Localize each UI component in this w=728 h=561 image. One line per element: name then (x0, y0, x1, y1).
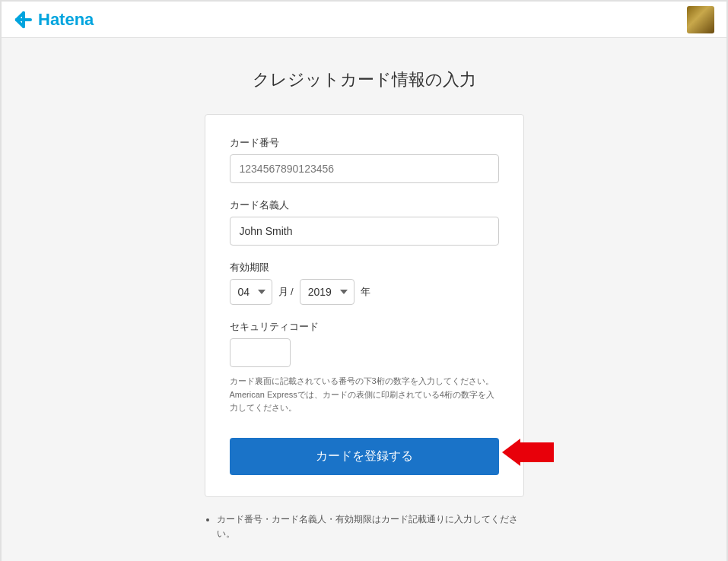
security-code-note: カード裏面に記載されている番号の下3桁の数字を入力してください。American… (230, 375, 499, 415)
card-number-group: カード番号 (230, 136, 499, 183)
security-code-label: セキュリティコード (230, 320, 499, 334)
avatar-image (687, 6, 714, 33)
footer-note: カード番号・カード名義人・有効期限はカード記載通りに入力してください。 (205, 512, 524, 541)
cardholder-group: カード名義人 (230, 198, 499, 246)
footer-note-item: カード番号・カード名義人・有効期限はカード記載通りに入力してください。 (217, 512, 524, 541)
credit-card-form: カード番号 カード名義人 有効期限 01 02 03 04 05 06 07 0… (205, 114, 524, 497)
submit-row: カードを登録する (230, 430, 499, 475)
cardholder-input[interactable] (230, 217, 499, 246)
main-content: クレジットカード情報の入力 カード番号 カード名義人 有効期限 01 02 03… (2, 38, 726, 561)
expiry-group: 有効期限 01 02 03 04 05 06 07 08 09 10 11 12… (230, 261, 499, 305)
logo-area: Hatena (14, 10, 94, 30)
submit-button[interactable]: カードを登録する (230, 438, 499, 475)
card-number-label: カード番号 (230, 136, 499, 150)
expiry-year-select[interactable]: 2019 2020 2021 2022 2023 2024 2025 2026 … (300, 279, 354, 305)
arrow-head-left (502, 439, 520, 466)
hatena-logo-icon (14, 10, 33, 30)
avatar (687, 6, 714, 33)
security-code-input[interactable] (230, 338, 291, 367)
security-code-group: セキュリティコード カード裏面に記載されている番号の下3桁の数字を入力してくださ… (230, 320, 499, 415)
arrow-indicator (502, 439, 554, 466)
expiry-year-suffix: 年 (361, 285, 370, 299)
header: Hatena (2, 2, 726, 38)
expiry-month-separator: 月 / (278, 285, 294, 299)
page-title: クレジットカード情報の入力 (253, 68, 476, 91)
expiry-month-select[interactable]: 01 02 03 04 05 06 07 08 09 10 11 12 (230, 279, 272, 305)
cardholder-label: カード名義人 (230, 198, 499, 212)
card-number-input[interactable] (230, 154, 499, 183)
expiry-row: 01 02 03 04 05 06 07 08 09 10 11 12 月 / … (230, 279, 499, 305)
arrow-body (520, 442, 554, 462)
expiry-label: 有効期限 (230, 261, 499, 274)
logo-text: Hatena (38, 10, 94, 30)
